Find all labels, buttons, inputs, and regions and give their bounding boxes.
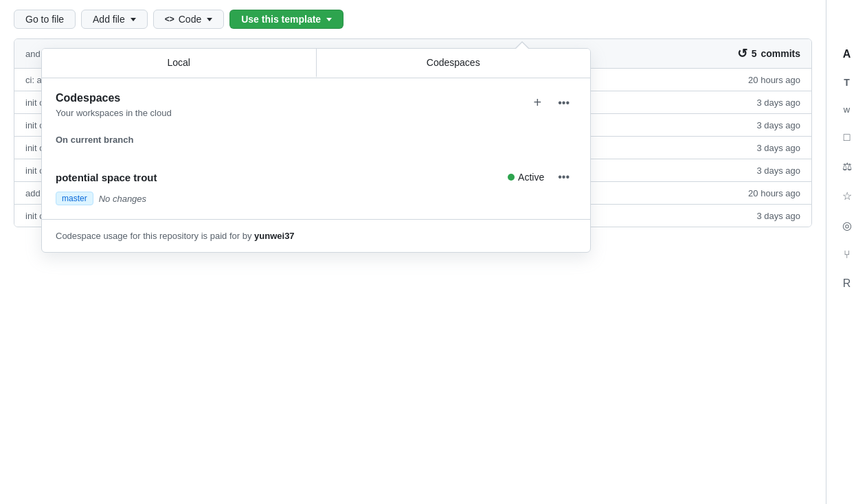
add-file-label: Add file [93,14,125,25]
sidebar-icon-fork: ⑂ [844,249,851,261]
status-label: Active [518,172,544,183]
codespaces-title: Codespaces [56,92,172,104]
row-time: 3 days ago [718,211,800,221]
footer-user: yunwei37 [254,231,295,241]
row-time: 3 days ago [718,98,800,108]
tab-codespaces[interactable]: Codespaces [317,49,591,78]
sidebar-icon-a: A [843,48,851,60]
codespace-top: potential space trout Active ••• [56,167,576,187]
sidebar-icon-eye: ◎ [842,219,852,232]
go-to-file-button[interactable]: Go to file [14,10,76,29]
right-sidebar: A T w □ ⚖ ☆ ◎ ⑂ R [826,0,867,504]
row-time: 3 days ago [718,143,800,153]
new-codespace-button[interactable]: + [531,92,545,113]
tab-codespaces-label: Codespaces [427,57,480,68]
code-button[interactable]: <> Code [153,10,224,29]
sidebar-icon-square: □ [844,131,851,144]
dropdown-arrow [515,41,529,48]
row-time: 20 hours ago [718,188,800,198]
status-dot [508,174,515,181]
sidebar-icon-r: R [843,277,851,290]
footer-text: Codespace usage for this repository is p… [56,231,251,241]
code-label: Code [179,14,201,25]
codespaces-more-button[interactable]: ••• [551,93,576,113]
tab-local-label: Local [168,57,190,68]
codespace-ellipsis-icon: ••• [554,170,574,185]
status-active-indicator: Active [508,172,544,183]
codespace-item[interactable]: potential space trout Active ••• master … [42,159,590,214]
code-dropdown: Local Codespaces Codespaces Your workspa… [41,41,591,253]
sidebar-icon-t: T [844,77,850,88]
toolbar-area: Go to file Add file <> Code Use this tem… [0,0,826,38]
commits-label: commits [761,48,800,59]
codespaces-header: Codespaces Your workspaces in the cloud … [42,78,590,124]
codespaces-subtitle: Your workspaces in the cloud [56,108,172,118]
use-template-label: Use this template [241,14,321,25]
sidebar-icon-star: ☆ [842,190,852,203]
codespaces-title-block: Codespaces Your workspaces in the cloud [56,92,172,118]
history-icon: ↺ [737,46,747,61]
code-angle-icon: <> [165,14,174,24]
dropdown-tabs: Local Codespaces [42,49,590,78]
page-wrapper: Go to file Add file <> Code Use this tem… [0,0,867,504]
codespace-bottom: master No changes [56,192,576,205]
use-template-button[interactable]: Use this template [229,10,344,29]
row-time: 3 days ago [718,165,800,176]
commits-info: ↺ 5 commits [737,46,800,61]
commits-count: 5 [752,48,757,59]
plus-icon: + [534,95,542,111]
codespace-name: potential space trout [56,172,157,183]
no-changes-label: No changes [99,194,146,204]
codespaces-actions: + ••• [531,92,577,113]
branch-label: On current branch [56,135,576,145]
go-to-file-label: Go to file [25,14,64,25]
codespace-footer: Codespace usage for this repository is p… [42,219,590,252]
branch-section: On current branch [42,124,590,159]
sidebar-icon-scale: ⚖ [842,160,852,173]
codespace-options-button[interactable]: ••• [551,167,576,187]
ellipsis-icon: ••• [554,95,574,111]
row-time: 20 hours ago [718,75,800,85]
sidebar-icon-w: w [844,104,850,115]
add-file-button[interactable]: Add file [81,10,148,29]
tab-local[interactable]: Local [42,49,317,78]
branch-badge: master [56,192,93,205]
codespace-status: Active ••• [508,167,576,187]
row-time: 3 days ago [718,120,800,130]
dropdown-panel: Local Codespaces Codespaces Your workspa… [41,48,591,253]
